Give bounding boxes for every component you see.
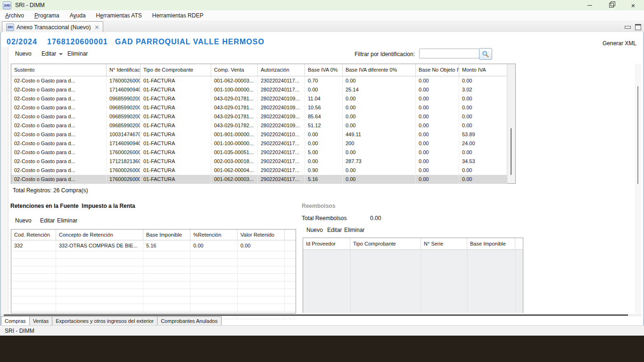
reembolsos-editar-button[interactable]: Editar [327, 227, 342, 233]
table-cell: 01-FACTURA [140, 76, 211, 85]
table-cell: 1760002600001 [107, 76, 140, 85]
table-row[interactable]: 02-Costo o Gasto para d...09685990200010… [11, 112, 507, 121]
bottom-tab-0[interactable]: Compras [1, 316, 30, 326]
total-reembolsos-label: Total Reembolsos [302, 215, 347, 222]
retenciones-nuevo-button[interactable]: Nuevo [15, 217, 32, 224]
table-row[interactable]: 02-Costo o Gasto para d...09685990200010… [11, 121, 507, 130]
table-cell [56, 259, 143, 266]
table-cell: 0.00 [416, 148, 459, 157]
filter-search-button[interactable] [479, 48, 492, 60]
table-row[interactable]: 02-Costo o Gasto para d...17600026000010… [11, 175, 507, 184]
table-cell [11, 289, 56, 296]
table-row[interactable]: 02-Costo o Gasto para d...10031474670010… [11, 130, 507, 139]
table-row[interactable]: 02-Costo o Gasto para d...09685990200010… [11, 94, 507, 103]
bottom-tab-1[interactable]: Ventas [30, 316, 53, 326]
table-cell: 85.64 [305, 112, 343, 121]
table-cell: 0.00 [416, 103, 459, 112]
filter-input[interactable] [419, 49, 479, 58]
table-cell [238, 266, 285, 273]
column-header: Id Proveedor [303, 238, 350, 249]
scrollbar-thumb[interactable] [4, 314, 628, 316]
view-minimize-icon[interactable] [625, 26, 631, 29]
table-row[interactable]: 02-Costo o Gasto para d...17146090940010… [11, 85, 507, 94]
table-cell [238, 296, 285, 304]
table-cell [143, 266, 190, 273]
table-cell: 332 [11, 240, 56, 251]
table-row[interactable]: 02-Costo o Gasto para d...17121821360010… [11, 157, 507, 166]
reembolsos-eliminar-button[interactable]: Eliminar [344, 227, 364, 233]
bottom-tab-2[interactable]: Exportaciones y otros ingresos del exter… [52, 316, 157, 326]
column-header: Base IVA 0% [305, 64, 343, 76]
scrollbar-thumb[interactable] [511, 128, 512, 175]
table-cell: 5.16 [143, 240, 190, 251]
table-row[interactable]: 02-Costo o Gasto para d...17600026000010… [11, 166, 507, 175]
menu-item-0[interactable]: Archivo [0, 10, 29, 21]
table-cell: 51.12 [305, 121, 343, 130]
table-cell [238, 281, 285, 288]
compras-table-body: 02-Costo o Gasto para d...17600026000010… [11, 76, 515, 184]
table-cell [285, 296, 296, 304]
view-maximize-icon[interactable] [635, 24, 641, 30]
retenciones-eliminar-button[interactable]: Eliminar [57, 217, 77, 224]
tab-close-icon[interactable]: ✕ [94, 25, 99, 30]
empty-table-row [11, 289, 296, 296]
table-cell: 0.00 [459, 112, 507, 121]
table-row[interactable]: 02-Costo o Gasto para d...17146090940010… [11, 139, 507, 148]
compras-editar-button[interactable]: Editar [41, 50, 56, 57]
table-cell [56, 266, 143, 273]
menu-item-1[interactable]: Programa [29, 10, 65, 21]
table-cell: 11.04 [305, 94, 343, 103]
table-cell: 0968599020001 [107, 94, 140, 103]
menu-item-4[interactable]: Herramientas RDEP [147, 10, 209, 21]
table-row[interactable]: 332332-OTRAS COMPRAS DE BIE...5.160.000.… [11, 240, 296, 251]
restore-button[interactable] [601, 0, 622, 10]
table-cell: 02-Costo o Gasto para d... [11, 112, 107, 121]
view-vertical-scrollbar[interactable] [635, 64, 641, 313]
table-cell: 1760002600001 [107, 148, 140, 157]
empty-table-row [11, 266, 296, 274]
table-cell: 001-062-00003... [211, 175, 258, 184]
minimize-button[interactable] [579, 0, 601, 10]
table-cell: 01-FACTURA [140, 175, 211, 184]
compras-eliminar-button[interactable]: Eliminar [67, 50, 88, 57]
table-cell: 001-035-00051... [211, 148, 258, 157]
table-cell [190, 251, 238, 258]
table-cell [11, 251, 56, 258]
left-gutter [1, 47, 8, 314]
reembolsos-nuevo-button[interactable]: Nuevo [306, 227, 323, 233]
table-cell: 0.00 [343, 112, 416, 121]
menu-item-3[interactable]: Herramientas ATS [91, 10, 147, 21]
table-cell [285, 259, 296, 266]
column-header: Comp. Venta [211, 64, 258, 76]
retenciones-table: Cod. RetenciónConcepto de RetenciónBase … [11, 229, 296, 313]
generar-xml-button[interactable]: Generar XML [603, 40, 636, 47]
table-cell: 5.16 [305, 175, 343, 184]
retenciones-editar-button[interactable]: Editar [40, 217, 55, 224]
table-row[interactable]: 02-Costo o Gasto para d...17600026000010… [11, 76, 507, 85]
editar-dropdown-icon[interactable] [59, 53, 63, 55]
compras-table-scrollbar[interactable] [507, 64, 515, 183]
table-cell: 01-FACTURA [140, 139, 211, 148]
table-row[interactable]: 02-Costo o Gasto para d...17600026000010… [11, 148, 507, 157]
compras-nuevo-button[interactable]: Nuevo [15, 50, 32, 57]
reembolsos-table-body [303, 250, 523, 313]
menu-item-2[interactable]: Ayuda [65, 10, 91, 21]
table-cell: 02-Costo o Gasto para d... [11, 166, 107, 175]
bottom-tab-3[interactable]: Comprobantes Anulados [157, 316, 221, 326]
table-cell: 02-Costo o Gasto para d... [11, 121, 107, 130]
column-header: Cod. Retención [11, 230, 56, 240]
table-cell [190, 259, 238, 266]
scrollbar-thumb[interactable] [637, 86, 638, 184]
table-cell [285, 304, 296, 311]
table-cell [56, 304, 143, 311]
table-cell [285, 266, 296, 273]
table-cell [56, 289, 143, 296]
table-cell: 0.00 [416, 157, 459, 166]
close-button[interactable]: × [622, 0, 644, 10]
table-cell: 043-029-01781... [211, 94, 258, 103]
table-cell: 0.00 [343, 103, 416, 112]
period-label: 02/2024 [7, 38, 37, 46]
table-row[interactable]: 02-Costo o Gasto para d...09685990200010… [11, 103, 507, 112]
tab-anexo-transaccional[interactable]: SRi Anexo Transaccional (Nuevo) ✕ [2, 21, 103, 33]
table-cell [238, 289, 285, 296]
